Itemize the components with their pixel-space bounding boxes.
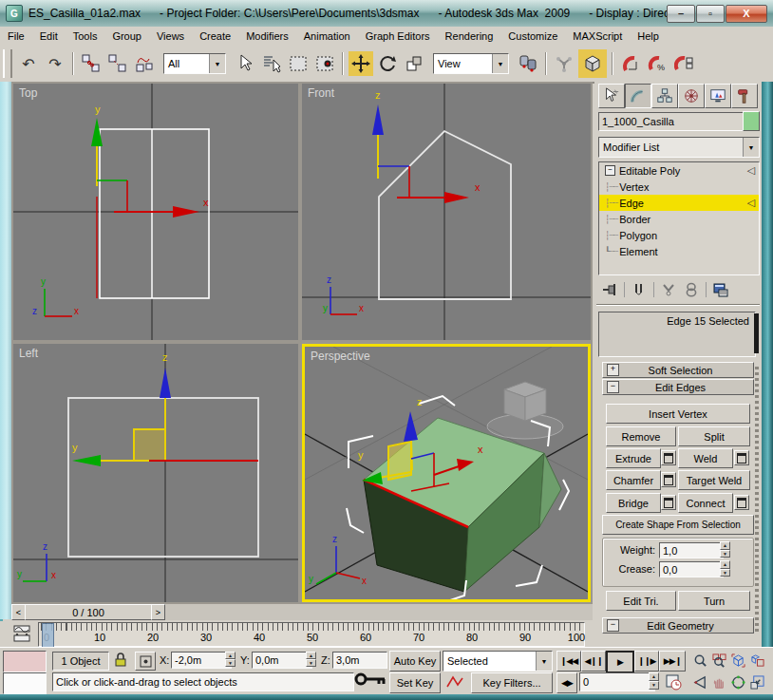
y-spinner[interactable]: ▲▼ bbox=[306, 652, 316, 667]
weld-settings-icon[interactable] bbox=[734, 450, 749, 465]
default-tangent-icon[interactable] bbox=[443, 672, 467, 691]
menu-create[interactable]: Create bbox=[192, 28, 238, 44]
time-slider-track[interactable]: < 0 / 100 > bbox=[11, 604, 593, 620]
angle-snap-icon[interactable] bbox=[618, 51, 643, 76]
menu-help[interactable]: Help bbox=[630, 28, 667, 44]
select-and-link-icon[interactable] bbox=[79, 51, 104, 76]
time-slider-button[interactable]: 0 / 100 bbox=[25, 604, 152, 620]
maximize-viewport-icon[interactable] bbox=[748, 672, 765, 691]
object-name-field[interactable]: 1_1000_Casilla bbox=[598, 112, 745, 131]
viewport-front-label[interactable]: Front bbox=[308, 86, 334, 100]
tab-create[interactable] bbox=[598, 84, 625, 108]
insert-vertex-button[interactable]: Insert Vertex bbox=[606, 404, 750, 424]
set-key-button[interactable]: Set Key bbox=[389, 672, 441, 693]
rectangular-selection-region-icon[interactable] bbox=[286, 51, 311, 76]
tab-utilities[interactable] bbox=[731, 84, 758, 108]
viewport-front[interactable]: z x z y x Front bbox=[302, 84, 591, 340]
menu-views[interactable]: Views bbox=[149, 28, 192, 44]
select-and-scale-icon[interactable] bbox=[402, 51, 426, 76]
extrude-settings-icon[interactable] bbox=[661, 450, 676, 465]
rollout-soft-selection[interactable]: + Soft Selection bbox=[602, 362, 754, 378]
bridge-button[interactable]: Bridge bbox=[606, 493, 661, 513]
viewport-left[interactable]: z y z y x Left bbox=[13, 344, 298, 602]
select-and-move-icon[interactable] bbox=[349, 51, 373, 76]
select-and-rotate-icon[interactable] bbox=[375, 51, 400, 76]
edit-tri-button[interactable]: Edit Tri. bbox=[606, 591, 676, 611]
menu-customize[interactable]: Customize bbox=[500, 28, 565, 44]
y-coordinate-field[interactable]: 0,0m bbox=[252, 652, 312, 669]
go-to-start-button[interactable]: ❙◀◀ bbox=[556, 651, 581, 672]
rollout-scrollbar-thumb[interactable] bbox=[754, 313, 759, 353]
stack-item-edge-selected[interactable]: ┆┈┈Edge◁ bbox=[599, 195, 759, 211]
spinner-snap-icon[interactable] bbox=[671, 51, 696, 76]
expand-icon[interactable]: + bbox=[607, 364, 619, 376]
command-panel-scrollbar[interactable] bbox=[755, 367, 759, 633]
x-coordinate-field[interactable]: -2,0m bbox=[171, 652, 232, 669]
pin-stack-icon[interactable] bbox=[598, 280, 621, 299]
maximize-button[interactable]: ▫ bbox=[696, 5, 725, 23]
minimize-button[interactable]: – bbox=[667, 5, 695, 23]
frame-spinner[interactable]: ▲▼ bbox=[649, 672, 659, 690]
collapse-box-icon[interactable]: − bbox=[605, 165, 615, 176]
time-configuration-icon[interactable] bbox=[663, 672, 684, 691]
connect-button[interactable]: Connect bbox=[678, 493, 733, 513]
close-button[interactable]: X bbox=[726, 5, 767, 23]
create-shape-button[interactable]: Create Shape From Selection bbox=[602, 515, 754, 535]
mini-curve-editor-icon[interactable] bbox=[9, 622, 34, 645]
tab-modify[interactable] bbox=[625, 84, 651, 108]
menu-rendering[interactable]: Rendering bbox=[438, 28, 501, 44]
window-crossing-icon[interactable] bbox=[312, 51, 337, 76]
absolute-mode-icon[interactable] bbox=[135, 652, 156, 671]
track-bar-ruler[interactable]: 0 10 20 30 40 50 60 70 80 90 100 bbox=[38, 622, 585, 647]
arc-rotate-icon[interactable] bbox=[729, 672, 746, 691]
use-pivot-point-icon[interactable] bbox=[516, 51, 540, 76]
show-end-result-icon[interactable]: ◁ bbox=[747, 164, 755, 177]
rollout-edit-geometry[interactable]: − Edit Geometry bbox=[602, 617, 754, 634]
stack-item-editable-poly[interactable]: − Editable Poly ◁ bbox=[599, 162, 759, 179]
connect-settings-icon[interactable] bbox=[734, 495, 749, 510]
target-weld-button[interactable]: Target Weld bbox=[678, 470, 750, 490]
pan-hand-icon[interactable] bbox=[710, 672, 727, 691]
title-bar[interactable]: G ES_Casilla_01a2.max - Project Folder: … bbox=[0, 0, 773, 28]
zoom-extents-icon[interactable] bbox=[729, 651, 746, 670]
bind-spacewarp-icon[interactable] bbox=[132, 51, 157, 76]
select-and-manipulate-icon[interactable] bbox=[552, 51, 576, 76]
percent-snap-icon[interactable]: % bbox=[645, 51, 669, 76]
menu-modifiers[interactable]: Modifiers bbox=[238, 28, 296, 44]
stack-item-polygon[interactable]: ┆┈┈Polygon bbox=[599, 227, 759, 243]
show-end-result-toggle-icon[interactable] bbox=[628, 280, 650, 299]
select-by-name-icon[interactable] bbox=[259, 51, 284, 76]
bridge-settings-icon[interactable] bbox=[661, 495, 676, 510]
make-unique-icon[interactable] bbox=[657, 280, 680, 299]
redo-icon[interactable]: ↷ bbox=[43, 51, 67, 76]
play-button[interactable]: ▶ bbox=[606, 651, 634, 673]
stack-item-vertex[interactable]: ┆┈┈Vertex bbox=[599, 179, 759, 195]
tab-hierarchy[interactable] bbox=[651, 84, 678, 108]
toolbar-handle[interactable] bbox=[3, 49, 12, 78]
remove-button[interactable]: Remove bbox=[606, 426, 676, 446]
menu-group[interactable]: Group bbox=[104, 28, 149, 44]
menu-animation[interactable]: Animation bbox=[296, 28, 358, 44]
split-button[interactable]: Split bbox=[678, 426, 750, 446]
weight-field[interactable]: 1,0 bbox=[659, 542, 724, 558]
macro-recorder-box[interactable] bbox=[3, 651, 47, 672]
reference-coordinate-dropdown[interactable]: View ▼ bbox=[433, 53, 509, 74]
go-to-end-button[interactable]: ▶▶❙ bbox=[659, 651, 686, 672]
stack-item-border[interactable]: ┆┈┈Border bbox=[599, 211, 759, 227]
chamfer-settings-icon[interactable] bbox=[661, 472, 676, 487]
selection-set-dropdown[interactable]: Selected ▼ bbox=[443, 651, 553, 672]
snap-toggle-3d-icon[interactable] bbox=[578, 49, 607, 78]
turn-button[interactable]: Turn bbox=[678, 591, 750, 611]
zoom-all-icon[interactable] bbox=[710, 651, 727, 670]
crease-field[interactable]: 0,0 bbox=[659, 561, 724, 577]
object-color-swatch[interactable] bbox=[743, 111, 760, 131]
chevron-down-icon[interactable]: ▼ bbox=[209, 54, 225, 73]
extrude-button[interactable]: Extrude bbox=[606, 448, 661, 468]
menu-tools[interactable]: Tools bbox=[66, 28, 105, 44]
next-frame-button[interactable]: ❙❙▶ bbox=[634, 651, 659, 672]
zoom-extents-all-icon[interactable] bbox=[748, 651, 765, 670]
viewport-top-label[interactable]: Top bbox=[19, 86, 37, 100]
remove-modifier-icon[interactable] bbox=[680, 280, 703, 299]
field-of-view-icon[interactable] bbox=[691, 672, 708, 691]
selection-filter-dropdown[interactable]: All ▼ bbox=[163, 53, 226, 74]
